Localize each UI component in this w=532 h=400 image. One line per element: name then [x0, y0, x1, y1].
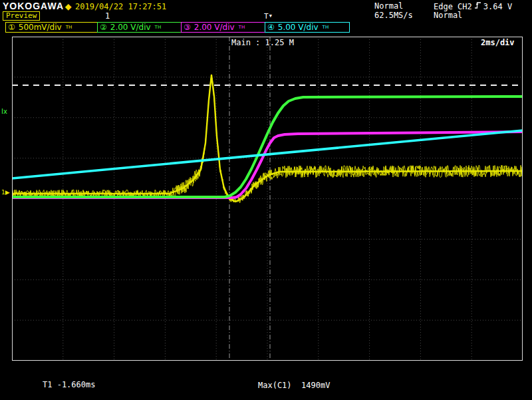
channel2-coupling-badge: TH — [155, 23, 162, 32]
trigger-down-arrow-icon: ▼ — [269, 14, 272, 19]
channel2-scale-value: 2.00 V/div — [110, 23, 151, 32]
channel2-number-icon: ② — [100, 23, 107, 32]
trigger-mode-display: Normal — [434, 11, 462, 20]
trigger-position-marker: T ▼ — [264, 12, 272, 21]
channel1-number-icon: ① — [8, 23, 15, 32]
channel1-coupling-badge: TH — [66, 23, 72, 32]
cursor-readouts: T1 -1.660ms T2 0.260ms V1 1325.0mV V2 -1… — [43, 363, 95, 400]
rising-edge-icon — [474, 1, 481, 11]
ch2-level-marker[interactable]: Ix — [1, 108, 7, 115]
preview-badge: Preview — [3, 11, 40, 21]
channel2-scale-button[interactable]: ② 2.00 V/div TH — [97, 22, 182, 33]
trigger-position-label: T — [264, 12, 269, 21]
channel3-scale-button[interactable]: ③ 2.00 V/div TH — [181, 22, 266, 33]
acquisition-count: 1 — [105, 11, 110, 21]
channel1-scale-value: 500mV/div — [19, 23, 62, 32]
record-length-label: Main : 1.25 M — [231, 38, 294, 47]
datetime-display: 2019/04/22 17:27:51 — [75, 2, 166, 11]
channel4-number-icon: ④ — [267, 23, 275, 32]
channel3-number-icon: ③ — [184, 23, 191, 32]
channel4-coupling-badge: TH — [323, 23, 329, 32]
max-measurement-readout: Max(C1) 1490mV — [258, 381, 330, 390]
sample-rate-display: 62.5MS/s — [374, 11, 413, 20]
acquisition-mode: Normal — [374, 1, 403, 11]
trigger-settings: Edge CH2 3.64 V — [434, 1, 512, 11]
oscilloscope-screen: { "header": { "brand": "YOKOGAWA", "bran… — [0, 0, 532, 400]
timebase-label: 2ms/div — [481, 38, 515, 47]
channel1-scale-button[interactable]: ① 500mV/div TH — [5, 22, 98, 33]
channel4-scale-button[interactable]: ④ 5.00 V/div TH — [265, 22, 350, 33]
channel3-scale-value: 2.00 V/div — [194, 23, 235, 32]
ch1-position-marker[interactable]: 1▶ — [1, 189, 10, 196]
cursor-t1-readout: T1 -1.660ms — [43, 381, 95, 389]
trigger-level-value: 3.64 V — [483, 2, 512, 11]
brand-diamond-icon: ◆ — [65, 2, 72, 11]
trigger-type-label: Edge CH2 — [434, 2, 472, 11]
channel3-coupling-badge: TH — [239, 23, 245, 32]
brand-logo: YOKOGAWA◆ — [3, 1, 72, 11]
channel4-scale-value: 5.00 V/div — [278, 23, 319, 32]
waveform-plot — [12, 37, 523, 361]
brand-text: YOKOGAWA — [3, 1, 64, 11]
